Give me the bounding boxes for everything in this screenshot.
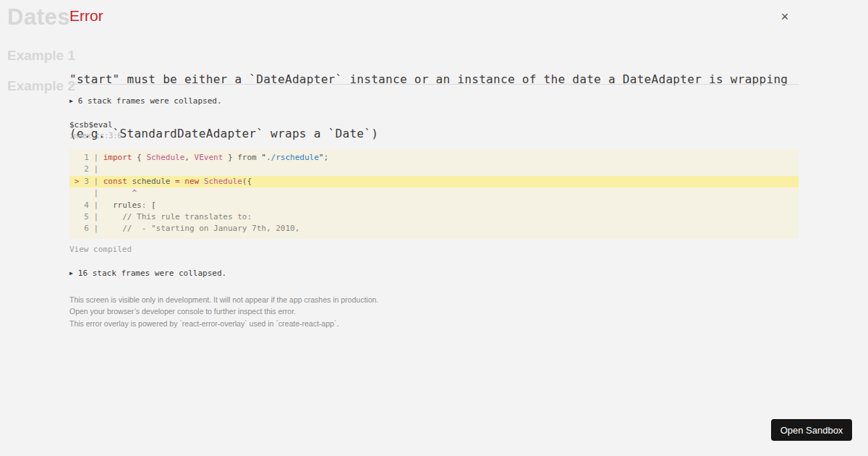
footer-line: This error overlay is powered by `react-… [69,318,378,329]
footer-line: Open your browser’s developer console to… [69,305,378,317]
error-overlay: Error × "start" must be either a `DateAd… [69,0,799,456]
header-divider [69,84,799,85]
view-compiled-link[interactable]: View compiled [69,245,132,254]
code-line: 2 | [69,164,799,175]
page: Dates Example 1 Example 2 Error × "start… [0,0,868,456]
collapsed-frames-top[interactable]: ▶6 stack frames were collapsed. [69,96,222,106]
error-message-line: (e.g. `StandardDateAdapter` wraps a `Dat… [69,124,788,143]
collapsed-frames-top-label: 6 stack frames were collapsed. [78,96,222,106]
stack-frame-location: index.ts:3:6 [69,132,122,140]
overlay-footer: This screen is visible only in developme… [69,294,378,329]
code-line: 1 | import { Schedule, VEvent } from "./… [69,152,799,164]
code-line: | ^ [69,187,799,199]
code-line: 5 | // This rule translates to: [69,211,799,223]
error-message-line: "start" must be either a `DateAdapter` i… [69,70,788,88]
collapse-arrow-icon: ▶ [69,98,73,104]
footer-line: This screen is visible only in developme… [69,294,378,305]
collapsed-frames-bottom[interactable]: ▶16 stack frames were collapsed. [69,269,226,278]
stack-frame-function: $csb$eval [69,120,113,130]
collapsed-frames-bottom-label: 16 stack frames were collapsed. [78,269,226,278]
collapse-arrow-icon: ▶ [69,270,73,276]
open-sandbox-button[interactable]: Open Sandbox [771,419,852,441]
background-heading-example-1: Example 1 [7,48,75,64]
background-page-title: Dates [7,4,70,30]
error-title: Error [69,7,103,25]
code-line: 6 | // - "starting on January 7th, 2010, [69,223,799,235]
code-line-highlighted: > 3 | const schedule = new Schedule({ [69,176,799,187]
background-heading-example-2: Example 2 [7,78,75,94]
close-icon[interactable]: × [777,9,793,25]
code-line: 4 | rrules: [ [69,200,799,211]
code-frame: 1 | import { Schedule, VEvent } from "./… [69,149,799,239]
